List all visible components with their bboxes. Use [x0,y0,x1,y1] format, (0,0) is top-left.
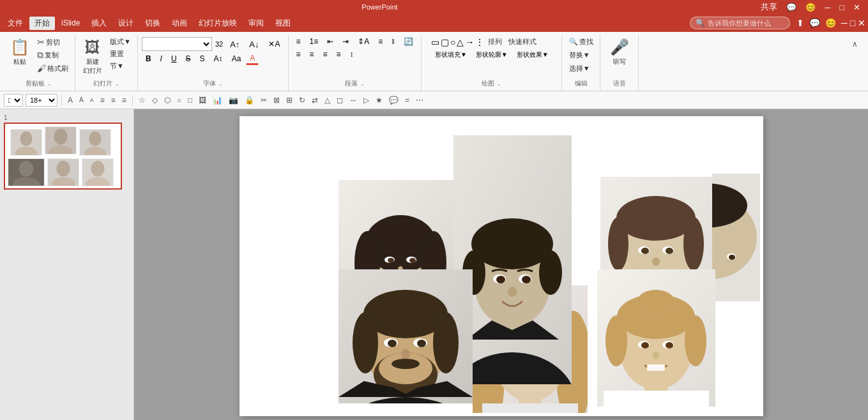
char-spacing-btn[interactable]: A↕ [210,52,227,65]
font-case-btn[interactable]: Aa [228,52,245,65]
dictate-button[interactable]: 🎤 听写 [606,36,633,69]
photo-4[interactable] [339,269,473,403]
strikethrough-btn[interactable]: S [182,52,195,65]
rounded-rect-icon[interactable]: ▢ [441,37,449,47]
triangle-icon[interactable]: △ [457,37,464,47]
triangle-tb-icon[interactable]: △ [323,95,332,105]
select-button[interactable]: 选择▼ [567,63,593,75]
size-select[interactable]: 18+ [26,94,57,107]
more-shapes-icon[interactable]: ◻ [335,95,345,105]
crop-icon[interactable]: ✂ [259,95,269,105]
text-medium-btn[interactable]: A [77,96,86,104]
align-text-btn[interactable]: ≡ [374,36,386,47]
photo-7[interactable] [712,174,760,301]
shape-fill-btn[interactable]: 形状填充▼ [431,49,471,61]
user-face-icon[interactable]: 😊 [825,18,836,28]
maximize-btn[interactable]: □ [837,3,847,12]
text-small-btn[interactable]: A [88,96,96,104]
format-painter-button[interactable]: 🖌 格式刷 [34,62,71,75]
search-box[interactable]: 🔍 [690,17,790,29]
arrows-icon[interactable]: ↔ [347,95,359,105]
justify-btn[interactable]: ≡ [333,49,345,60]
equation-icon[interactable]: = [403,95,411,105]
share-icon[interactable]: ⬆ [796,18,804,28]
column-btn[interactable]: ⦀ [388,36,399,47]
filter-icon[interactable]: ⊠ [271,95,282,105]
paste-button[interactable]: 📋 粘贴 [6,36,33,69]
flip-icon[interactable]: ⇄ [310,95,320,105]
smartart-btn[interactable]: 🔄 [400,36,417,47]
arrange-button[interactable]: 排列 [485,36,505,48]
increase-indent-btn[interactable]: ⇥ [339,36,353,47]
align-right-btn[interactable]: ≡ [319,49,331,60]
slides-expand-icon[interactable]: ⌄ [115,81,119,87]
new-slide-button[interactable]: 🖼 新建幻灯片 [79,36,106,78]
align-left-btn[interactable]: ≡ [293,49,305,60]
align-left-tb-btn[interactable]: ≡ [98,95,107,105]
close-btn[interactable]: ✕ [851,3,863,12]
clear-format-btn[interactable]: ✕A [264,38,284,50]
numbered-list-btn[interactable]: 1≡ [306,36,323,47]
font-color-btn[interactable]: A [246,52,259,65]
font-expand-icon[interactable]: ⌄ [218,81,223,87]
align-center-tb-btn[interactable]: ≡ [109,95,118,105]
rect-icon[interactable]: ▭ [431,37,439,47]
menu-review[interactable]: 审阅 [243,17,269,30]
comments-icon[interactable]: 💬 [809,18,820,28]
hexagon-icon[interactable]: ⬡ [162,95,172,105]
slide[interactable] [240,116,763,416]
menu-transitions[interactable]: 切换 [140,17,165,30]
increase-font-btn[interactable]: A↑ [226,38,243,50]
chart-icon[interactable]: 📊 [211,95,224,105]
shapes-more[interactable]: ⋮ [475,37,484,47]
group-icon[interactable]: ⊞ [284,95,294,105]
more-icon[interactable]: ⋯ [414,95,425,105]
star-icon[interactable]: ☆ [137,95,148,105]
shadow-btn[interactable]: S [196,52,209,65]
menu-slideshow[interactable]: 幻灯片放映 [194,17,242,30]
slide-thumbnail[interactable] [4,123,122,190]
circle-icon[interactable]: ○ [450,37,455,47]
menu-insert[interactable]: 插入 [86,17,112,30]
collapse-ribbon-btn[interactable]: ∧ [847,37,863,51]
photo-6[interactable] [597,269,715,407]
decrease-indent-btn[interactable]: ⇤ [323,36,337,47]
menu-home[interactable]: 开始 [29,17,55,30]
line-spacing-btn[interactable]: ↕ [346,49,358,60]
diamond-icon[interactable]: ◇ [150,95,160,105]
italic-btn[interactable]: I [156,52,166,65]
menu-design[interactable]: 设计 [113,17,139,30]
paragraph-expand-icon[interactable]: ⌄ [360,81,365,87]
minimize-btn[interactable]: ─ [822,3,833,12]
find-button[interactable]: 🔍 查找 [567,36,596,48]
view-select[interactable]: □ [4,94,23,107]
process-icon[interactable]: ▷ [362,95,371,105]
text-direction-btn[interactable]: ⇕A [354,36,373,47]
quick-styles-button[interactable]: 快速样式 [506,36,539,48]
window-controls[interactable]: ─ □ ✕ [841,18,865,28]
cut-button[interactable]: ✂ 剪切 [34,36,71,49]
comment-icon[interactable]: 💬 [784,3,799,12]
menu-animations[interactable]: 动画 [167,17,192,30]
share-label[interactable]: 共享 [758,1,780,13]
callout-icon[interactable]: 💬 [387,95,400,105]
rotate-icon[interactable]: ↻ [297,95,307,105]
text-large-btn[interactable]: A [66,95,75,105]
align-right-tb-btn[interactable]: ≡ [120,95,128,105]
replace-button[interactable]: 替换▼ [567,49,593,61]
star2-icon[interactable]: ★ [374,95,385,105]
search-input[interactable] [708,19,784,27]
drawing-expand-icon[interactable]: ⌄ [497,81,501,87]
reset-button[interactable]: 重置 [107,48,133,60]
copy-button[interactable]: ⧉ 复制 [34,49,71,62]
square-tb-icon[interactable]: □ [186,95,194,105]
lock-icon[interactable]: 🔒 [243,95,256,105]
camera-icon[interactable]: 📷 [227,95,240,105]
layout-button[interactable]: 版式▼ [107,36,133,48]
align-center-btn[interactable]: ≡ [306,49,318,60]
section-button[interactable]: 节▼ [107,60,133,72]
font-name-select[interactable] [142,37,212,51]
shape-outline-btn[interactable]: 形状轮廓▼ [472,49,512,61]
menu-islide[interactable]: iSlide [56,17,85,29]
photo-icon[interactable]: 🖼 [197,95,208,105]
